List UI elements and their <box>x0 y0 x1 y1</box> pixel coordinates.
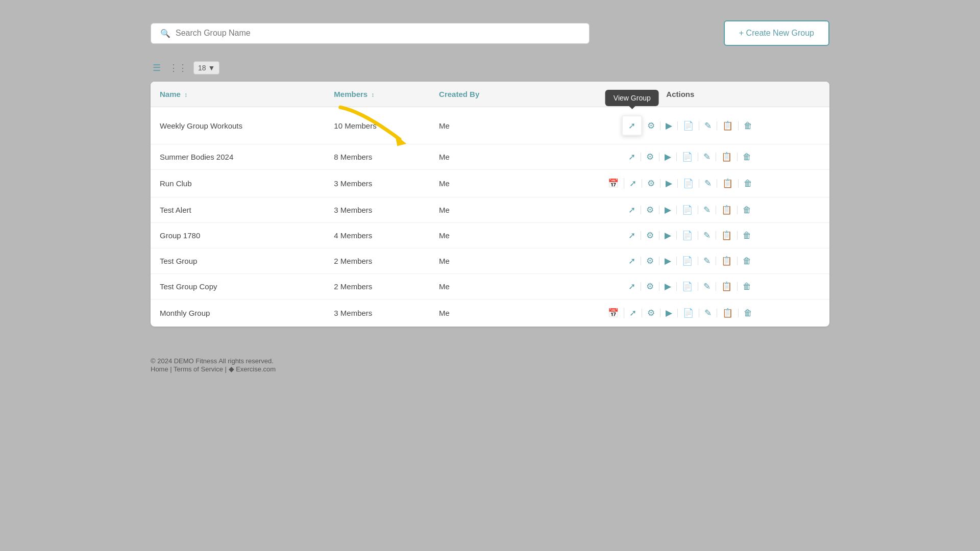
per-page-value: 18 <box>198 64 206 72</box>
cell-members: 10 Members <box>325 107 430 144</box>
settings-icon[interactable]: ⚙ <box>641 153 659 161</box>
video-icon[interactable]: ▶ <box>659 231 677 240</box>
video-icon[interactable]: ▶ <box>659 282 677 291</box>
per-page-select[interactable]: 18 ▼ <box>193 61 219 74</box>
copy-icon[interactable]: 📋 <box>717 121 739 130</box>
grid-view-icon[interactable]: ⋮⋮ <box>167 61 189 74</box>
sort-name-icon: ↕ <box>184 91 187 98</box>
view-group-icon[interactable]: ➚ <box>623 231 641 240</box>
video-icon[interactable]: ▶ <box>659 257 677 265</box>
document-icon[interactable]: 📄 <box>678 179 699 188</box>
table-row: Summer Bodies 20248 MembersMe➚⚙▶📄✎📋🗑 <box>151 144 829 170</box>
delete-icon[interactable]: 🗑 <box>739 309 757 317</box>
cell-created-by: Me <box>430 197 531 223</box>
delete-icon[interactable]: 🗑 <box>738 257 756 265</box>
table-row: Weekly Group Workouts10 MembersMeView Gr… <box>151 107 829 144</box>
exercise-link[interactable]: Exercise.com <box>236 365 276 373</box>
cell-created-by: Me <box>430 170 531 197</box>
delete-icon[interactable]: 🗑 <box>739 121 757 130</box>
table-header-row: Name ↕ Members ↕ Created By Actions <box>151 82 829 107</box>
cell-name: Run Club <box>151 170 325 197</box>
cell-actions: ➚⚙▶📄✎📋🗑 <box>531 248 829 274</box>
video-icon[interactable]: ▶ <box>660 309 678 317</box>
cell-created-by: Me <box>430 107 531 144</box>
copy-icon[interactable]: 📋 <box>716 282 738 291</box>
cell-members: 2 Members <box>325 274 430 299</box>
document-icon[interactable]: 📄 <box>677 231 698 240</box>
view-group-icon[interactable]: ➚ <box>623 153 641 161</box>
cell-actions: 📅➚⚙▶📄✎📋🗑 <box>531 299 829 327</box>
edit-icon[interactable]: ✎ <box>699 121 717 130</box>
delete-icon[interactable]: 🗑 <box>739 179 757 188</box>
copy-icon[interactable]: 📋 <box>716 231 738 240</box>
calendar-icon[interactable]: 📅 <box>603 178 624 189</box>
edit-icon[interactable]: ✎ <box>699 309 717 317</box>
copy-icon[interactable]: 📋 <box>716 153 738 161</box>
cell-name: Test Group <box>151 248 325 274</box>
view-group-icon[interactable]: ➚ <box>622 115 642 136</box>
cell-members: 8 Members <box>325 144 430 170</box>
settings-icon[interactable]: ⚙ <box>642 121 660 130</box>
delete-icon[interactable]: 🗑 <box>738 206 756 214</box>
table-row: Test Group2 MembersMe➚⚙▶📄✎📋🗑 <box>151 248 829 274</box>
video-icon[interactable]: ▶ <box>659 153 677 161</box>
cell-created-by: Me <box>430 223 531 248</box>
delete-icon[interactable]: 🗑 <box>738 231 756 240</box>
copy-icon[interactable]: 📋 <box>717 309 739 317</box>
delete-icon[interactable]: 🗑 <box>738 282 756 291</box>
delete-icon[interactable]: 🗑 <box>738 153 756 161</box>
edit-icon[interactable]: ✎ <box>698 153 716 161</box>
settings-icon[interactable]: ⚙ <box>641 206 659 214</box>
search-box[interactable]: 🔍 <box>151 23 590 44</box>
view-group-icon[interactable]: ➚ <box>624 179 642 188</box>
col-members[interactable]: Members ↕ <box>325 82 430 107</box>
cell-name: Test Group Copy <box>151 274 325 299</box>
document-icon[interactable]: 📄 <box>677 153 698 161</box>
cell-actions: ➚⚙▶📄✎📋🗑 <box>531 274 829 299</box>
document-icon[interactable]: 📄 <box>677 282 698 291</box>
video-icon[interactable]: ▶ <box>659 206 677 214</box>
calendar-icon[interactable]: 📅 <box>603 308 624 318</box>
edit-icon[interactable]: ✎ <box>698 257 716 265</box>
footer: © 2024 DEMO Fitness All rights reserved.… <box>151 357 829 373</box>
main-content: 🔍 + Create New Group ☰ ⋮⋮ 18 ▼ Name <box>140 0 840 393</box>
copy-icon[interactable]: 📋 <box>716 206 738 214</box>
edit-icon[interactable]: ✎ <box>698 206 716 214</box>
view-group-icon[interactable]: ➚ <box>623 257 641 265</box>
view-group-icon[interactable]: ➚ <box>623 282 641 291</box>
document-icon[interactable]: 📄 <box>678 309 699 317</box>
cell-name: Group 1780 <box>151 223 325 248</box>
settings-icon[interactable]: ⚙ <box>642 179 660 188</box>
home-link[interactable]: Home <box>151 365 168 373</box>
settings-icon[interactable]: ⚙ <box>641 257 659 265</box>
cell-name: Test Alert <box>151 197 325 223</box>
list-view-icon[interactable]: ☰ <box>151 61 163 74</box>
create-new-group-button[interactable]: + Create New Group <box>724 20 829 46</box>
cell-actions: 📅➚⚙▶📄✎📋🗑 <box>531 170 829 197</box>
table-row: Test Group Copy2 MembersMe➚⚙▶📄✎📋🗑 <box>151 274 829 299</box>
cell-members: 3 Members <box>325 170 430 197</box>
edit-icon[interactable]: ✎ <box>698 231 716 240</box>
document-icon[interactable]: 📄 <box>677 257 698 265</box>
settings-icon[interactable]: ⚙ <box>641 282 659 291</box>
col-name[interactable]: Name ↕ <box>151 82 325 107</box>
edit-icon[interactable]: ✎ <box>699 179 717 188</box>
terms-link[interactable]: Terms of Service <box>174 365 223 373</box>
video-icon[interactable]: ▶ <box>660 179 678 188</box>
view-group-icon[interactable]: ➚ <box>624 309 642 317</box>
col-actions: Actions <box>531 82 829 107</box>
copy-icon[interactable]: 📋 <box>716 257 738 265</box>
settings-icon[interactable]: ⚙ <box>641 231 659 240</box>
search-icon: 🔍 <box>160 29 170 38</box>
document-icon[interactable]: 📄 <box>677 206 698 214</box>
copy-icon[interactable]: 📋 <box>717 179 739 188</box>
settings-icon[interactable]: ⚙ <box>642 309 660 317</box>
edit-icon[interactable]: ✎ <box>698 282 716 291</box>
video-icon[interactable]: ▶ <box>660 121 678 130</box>
view-group-icon[interactable]: ➚ <box>623 206 641 214</box>
cell-created-by: Me <box>430 144 531 170</box>
footer-links: Home | Terms of Service | ◆ Exercise.com <box>151 365 829 373</box>
document-icon[interactable]: 📄 <box>678 121 699 130</box>
cell-name: Summer Bodies 2024 <box>151 144 325 170</box>
search-input[interactable] <box>176 29 580 38</box>
